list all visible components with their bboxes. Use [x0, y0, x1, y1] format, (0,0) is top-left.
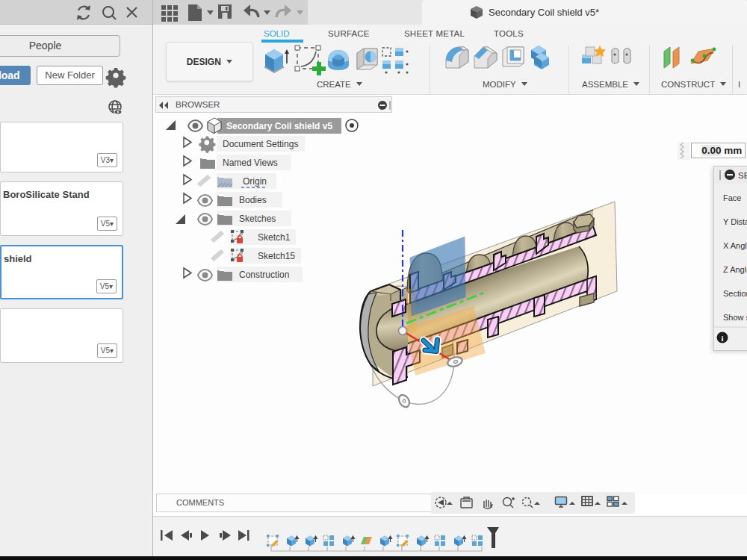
svg-text:i: i: [722, 334, 724, 343]
svg-text:Sketches: Sketches: [239, 214, 276, 224]
svg-text:Construction: Construction: [239, 270, 289, 280]
svg-text:Sketch15: Sketch15: [258, 251, 295, 261]
svg-text:Document Settings: Document Settings: [223, 139, 298, 149]
svg-text:Secondary Coil shield v5: Secondary Coil shield v5: [226, 121, 332, 131]
svg-text:SEC: SEC: [738, 171, 747, 180]
svg-text:Sketch1: Sketch1: [258, 232, 291, 243]
svg-text:Named Views: Named Views: [223, 158, 278, 168]
svg-text:Origin: Origin: [243, 176, 267, 187]
svg-text:Bodies: Bodies: [239, 195, 267, 205]
